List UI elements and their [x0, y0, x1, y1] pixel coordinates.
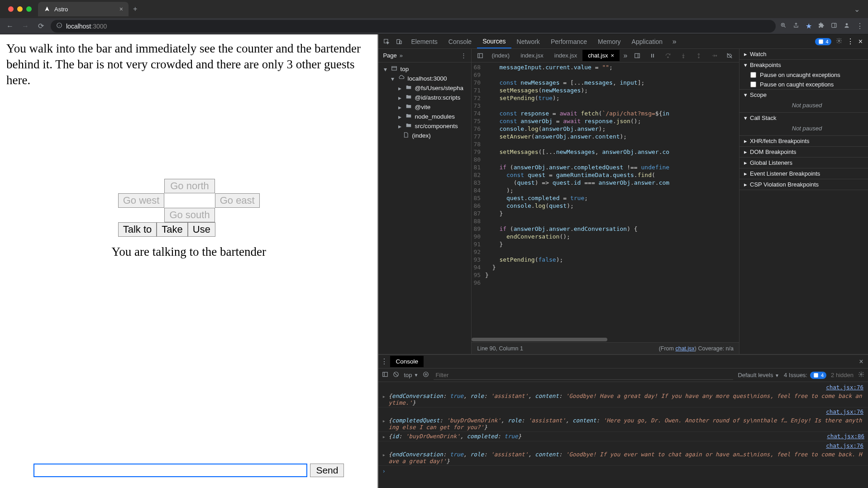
editor-tab-index-jsx-1[interactable]: index.jsx	[515, 50, 549, 61]
console-prompt[interactable]: ›	[378, 466, 868, 476]
go-east-button[interactable]: Go east	[215, 193, 260, 208]
breakpoints-section[interactable]: ▾Breakpoints	[739, 60, 868, 70]
sidebar-toggle-icon[interactable]	[382, 371, 388, 379]
event-section[interactable]: ▸Event Listener Breakpoints	[739, 168, 868, 179]
deactivate-breakpoints-icon[interactable]	[724, 50, 735, 62]
tree-src[interactable]: ▸src/components	[378, 121, 471, 131]
tab-elements[interactable]: Elements	[405, 35, 443, 48]
log-source-link[interactable]: chat.jsx:86	[822, 433, 864, 440]
global-section[interactable]: ▸Global Listeners	[739, 158, 868, 168]
live-expression-icon[interactable]	[423, 371, 429, 379]
back-button[interactable]: ←	[5, 21, 15, 32]
editor-tab-chat-jsx[interactable]: chat.jsx×	[582, 50, 620, 61]
settings-gear-icon[interactable]	[836, 38, 842, 46]
pause-uncaught-checkbox[interactable]: Pause on uncaught exceptions	[739, 70, 868, 80]
clear-console-icon[interactable]	[393, 371, 399, 379]
tree-astro[interactable]: ▸@id/astro:scripts	[378, 93, 471, 102]
url-bar[interactable]: localhost:3000	[51, 20, 776, 33]
log-source-link[interactable]: chat.jsx:76	[821, 408, 863, 415]
site-info-icon[interactable]	[56, 22, 62, 30]
step-into-icon[interactable]	[677, 50, 689, 62]
toggle-navigator-icon[interactable]	[474, 50, 486, 62]
step-over-icon[interactable]	[662, 50, 674, 62]
more-nav-tabs-icon[interactable]: »	[400, 52, 403, 59]
tab-console[interactable]: Console	[443, 35, 477, 48]
step-out-icon[interactable]	[693, 50, 705, 62]
tab-close-icon[interactable]: ×	[119, 5, 123, 13]
drawer-close-icon[interactable]: ×	[854, 358, 868, 366]
editor-tab-index-jsx-2[interactable]: index.jsx	[549, 50, 583, 61]
horizontal-scrollbar[interactable]	[472, 338, 739, 342]
device-toolbar-icon[interactable]	[393, 35, 405, 48]
window-maximize-button[interactable]	[26, 6, 32, 12]
log-entry[interactable]: ▸{completedQuest: 'buyDrOwenDrink', role…	[378, 416, 868, 432]
watch-section[interactable]: ▸Watch	[739, 49, 868, 59]
tree-vite[interactable]: ▸@vite	[378, 102, 471, 112]
tab-network[interactable]: Network	[511, 35, 545, 48]
log-levels-selector[interactable]: Default levels ▼	[738, 372, 779, 378]
take-button[interactable]: Take	[157, 222, 187, 237]
tab-memory[interactable]: Memory	[592, 35, 626, 48]
dom-section[interactable]: ▸DOM Breakpoints	[739, 147, 868, 157]
csp-section[interactable]: ▸CSP Violation Breakpoints	[739, 179, 868, 190]
toggle-debugger-icon[interactable]	[631, 50, 643, 62]
context-selector[interactable]: top ▼	[404, 372, 418, 378]
share-icon[interactable]	[793, 22, 799, 30]
callstack-section[interactable]: ▾Call Stack	[739, 113, 868, 123]
tab-application[interactable]: Application	[626, 35, 668, 48]
extensions-icon[interactable]	[818, 22, 825, 30]
browser-menu-icon[interactable]: ⋮	[856, 22, 863, 30]
forward-button[interactable]: →	[20, 21, 31, 32]
scope-section[interactable]: ▾Scope	[739, 90, 868, 100]
zoom-icon[interactable]	[780, 22, 787, 30]
message-input[interactable]	[33, 464, 307, 477]
log-entry[interactable]: ▸{endConversation: true, role: 'assistan…	[378, 392, 868, 407]
new-tab-button[interactable]: +	[133, 5, 137, 13]
log-entry[interactable]: ▸{id: 'buyDrOwenDrink', completed: true}…	[378, 432, 868, 441]
pause-caught-checkbox[interactable]: Pause on caught exceptions	[739, 80, 868, 89]
drawer-menu-icon[interactable]: ⋮	[378, 357, 390, 366]
tab-performance[interactable]: Performance	[545, 35, 592, 48]
reload-button[interactable]: ⟳	[35, 21, 46, 32]
tab-sources[interactable]: Sources	[477, 35, 511, 48]
expand-tabs-icon[interactable]: ⌄	[854, 5, 860, 14]
inspect-element-icon[interactable]	[380, 35, 393, 48]
window-minimize-button[interactable]	[17, 6, 23, 12]
tree-nm[interactable]: ▸node_modules	[378, 112, 471, 121]
tree-index-file[interactable]: (index)	[378, 131, 471, 140]
log-source-link[interactable]: chat.jsx:76	[821, 442, 863, 449]
navigator-menu-icon[interactable]: ⋮	[461, 52, 467, 59]
profile-icon[interactable]	[844, 22, 850, 30]
xhr-section[interactable]: ▸XHR/fetch Breakpoints	[739, 136, 868, 146]
editor-tab-index[interactable]: (index)	[486, 50, 515, 61]
console-filter-input[interactable]	[434, 371, 733, 380]
step-icon[interactable]	[708, 50, 720, 62]
more-tabs-icon[interactable]: »	[668, 35, 681, 48]
issues-badge[interactable]: 4	[815, 38, 831, 45]
window-close-button[interactable]	[8, 6, 14, 12]
browser-tab[interactable]: Astro ×	[38, 2, 129, 16]
console-settings-icon[interactable]	[858, 371, 864, 379]
bookmark-star-icon[interactable]: ★	[806, 22, 812, 30]
console-log[interactable]: chat.jsx:76 ▸{endConversation: true, rol…	[378, 382, 868, 488]
log-source-link[interactable]: chat.jsx:76	[821, 384, 863, 391]
go-north-button[interactable]: Go north	[164, 179, 215, 193]
navigator-tab-page[interactable]: Page	[383, 52, 396, 59]
devtools-menu-icon[interactable]: ⋮	[847, 37, 854, 46]
more-editor-tabs-icon[interactable]: »	[620, 50, 631, 62]
source-map-link[interactable]: chat.jsx	[675, 345, 694, 352]
go-west-button[interactable]: Go west	[118, 193, 165, 208]
side-panel-icon[interactable]	[831, 22, 837, 30]
tree-host[interactable]: ▾localhost:3000	[378, 74, 471, 83]
issues-link[interactable]: 4 Issues: 4	[784, 372, 826, 379]
tree-fs[interactable]: ▸@fs/Users/stepha	[378, 83, 471, 93]
log-entry[interactable]: ▸{endConversation: true, role: 'assistan…	[378, 450, 868, 466]
code-editor[interactable]: 6869707172737475767778798081828384858687…	[472, 62, 739, 338]
go-south-button[interactable]: Go south	[164, 208, 215, 222]
send-button[interactable]: Send	[310, 464, 344, 477]
devtools-close-icon[interactable]: ×	[858, 38, 863, 46]
use-button[interactable]: Use	[188, 222, 215, 237]
console-tab[interactable]: Console	[390, 356, 424, 367]
tree-top[interactable]: ▾top	[378, 64, 471, 74]
hidden-count[interactable]: 2 hidden	[831, 372, 854, 378]
